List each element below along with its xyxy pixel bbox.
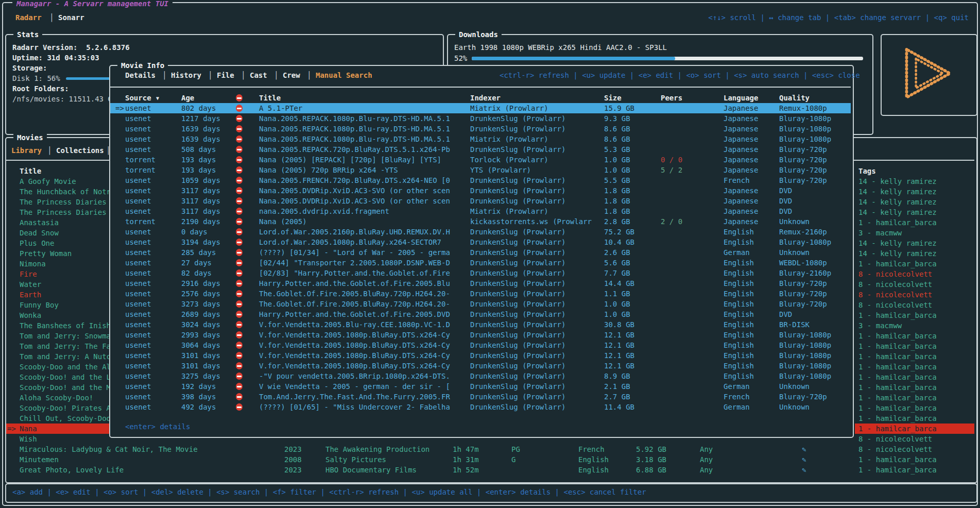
modal-tab-div-2: │ xyxy=(208,70,212,80)
search-result-row[interactable]: usenet0 daysLord.of.War.2005.2160p.BluRa… xyxy=(110,227,851,237)
search-result-row[interactable]: usenet3275 days-"V pour vendetta.2005.BR… xyxy=(110,371,851,381)
rejected-icon xyxy=(236,166,243,174)
search-result-row[interactable]: usenet492 days(????) [01/65] - "Miss Und… xyxy=(110,402,851,412)
rejected-icon xyxy=(236,136,243,143)
search-result-row[interactable]: usenet1217 daysNana.2005.REPACK.1080p.Bl… xyxy=(110,113,851,124)
cell-size: 5.6 GB xyxy=(604,258,630,268)
cell-size: 12.1 GB xyxy=(604,340,634,350)
col-header-indexer[interactable]: Indexer xyxy=(470,93,501,103)
search-result-row[interactable]: torrent2190 daysNana (2005)kickasstorren… xyxy=(110,216,851,227)
cell-age: 1639 days xyxy=(181,124,220,134)
cell-quality: DVD xyxy=(779,309,792,319)
search-result-row[interactable]: usenet3117 daysNana.2005.DVDRip.XviD.AC3… xyxy=(110,196,851,206)
modal-tab-crew[interactable]: Crew xyxy=(283,70,300,80)
cell-indexer: DrunkenSlug (Prowlarr) xyxy=(470,371,603,381)
search-result-row[interactable]: usenet1639 daysNana.2005.REPACK.1080p.Bl… xyxy=(110,124,851,134)
tab-collections[interactable]: Collections xyxy=(56,145,104,156)
cell-quality: BR-DISK xyxy=(779,319,810,330)
cell-title: Lord.of.War.2005.1080p.BluRay.x264-SECTO… xyxy=(259,237,441,247)
cell-source: usenet xyxy=(125,227,151,237)
modal-tab-cast[interactable]: Cast xyxy=(250,70,267,80)
cell-language: English xyxy=(724,237,754,247)
col-header-source[interactable]: Source xyxy=(125,93,151,103)
modal-tab-manual-search[interactable]: Manual Search xyxy=(316,70,372,80)
cell-indexer: Miatrix (Prowlarr) xyxy=(470,134,603,144)
search-result-row[interactable]: usenet2993 daysV.for.Vendetta.2005.1080p… xyxy=(110,330,851,340)
tab-radarr[interactable]: Radarr xyxy=(15,12,42,23)
cell-indexer: DrunkenSlug (Prowlarr) xyxy=(470,392,603,402)
search-result-row[interactable]: torrent193 daysNana (2005) [REPACK] [720… xyxy=(110,155,851,165)
cell-size: 8.9 GB xyxy=(604,371,630,381)
cell-title: The.Goblet.Of.Fire.2005.BluRay.720p.H264… xyxy=(259,289,450,299)
col-header-age[interactable]: Age xyxy=(181,93,194,103)
col-header-size[interactable]: Size xyxy=(604,93,622,103)
search-result-row[interactable]: =>usenet802 daysA 5.1-PTerMiatrix (Prowl… xyxy=(110,103,851,113)
modal-tab-div-3: │ xyxy=(241,70,245,80)
cell-quality: Bluray-1080p xyxy=(779,134,831,144)
search-result-row[interactable]: usenet3273 daysThe.Goblet.Of.Fire.2005.B… xyxy=(110,299,851,309)
search-result-row[interactable]: usenet3101 daysV.for.Vendetta.2005.1080p… xyxy=(110,361,851,371)
cell-source: usenet xyxy=(125,402,151,412)
cell-age: 0 days xyxy=(181,227,208,237)
cell-indexer: kickasstorrents.ws (Prowlarr xyxy=(470,216,603,227)
tab-sonarr[interactable]: Sonarr xyxy=(58,12,84,23)
cell-language: Japanese xyxy=(724,196,758,206)
cell-source: usenet xyxy=(125,113,151,124)
col-header-rejected-icon[interactable] xyxy=(236,94,243,101)
cell-age: 82 days xyxy=(181,268,212,278)
search-result-row[interactable]: usenet3024 daysV.for.Vendetta.2005.Blu-r… xyxy=(110,319,851,330)
cell-quality: Remux-1080p xyxy=(779,103,827,113)
tags-column-header: Tags xyxy=(858,166,876,176)
stats-storage-label: Storage: xyxy=(12,63,47,73)
cell-size: 1.1 GB xyxy=(604,289,630,299)
cell-age: 492 days xyxy=(181,402,216,412)
cell-age: 2916 days xyxy=(181,278,220,289)
col-header-peers[interactable]: Peers xyxy=(661,93,682,103)
cell-indexer: DrunkenSlug (Prowlarr) xyxy=(470,227,603,237)
search-result-row[interactable]: usenet3064 daysV.for.Vendetta.2005.1080p… xyxy=(110,340,851,350)
col-header-quality[interactable]: Quality xyxy=(779,93,810,103)
cell-quality: Bluray-1080p xyxy=(779,330,831,340)
search-result-row[interactable]: torrent193 daysNana (2005) 720p BRRip x2… xyxy=(110,165,851,175)
search-result-row[interactable]: usenet27 days[02/44] "Transporter 2.2005… xyxy=(110,258,851,268)
search-result-row[interactable]: usenet2576 daysThe.Goblet.Of.Fire.2005.B… xyxy=(110,289,851,299)
search-result-row[interactable]: usenet1639 daysNana.2005.REPACK.1080p.Bl… xyxy=(110,134,851,144)
cell-age: 1639 days xyxy=(181,134,220,144)
search-result-row[interactable]: usenet3117 daysnana.2005.dvdrip.xvid.fra… xyxy=(110,206,851,216)
tab-library[interactable]: Library xyxy=(11,145,42,156)
cell-title: A 5.1-PTer xyxy=(259,103,302,113)
cell-source: usenet xyxy=(125,237,151,247)
search-result-row[interactable]: usenet285 days(????) [01/34] - "Lord of … xyxy=(110,247,851,258)
stats-rootfolder-line: /nfs/movies: 11511.43 GB xyxy=(12,94,116,104)
rejected-icon xyxy=(236,362,243,369)
rejected-icon xyxy=(236,372,243,380)
cell-quality: Bluray-720p xyxy=(779,175,827,185)
search-result-row[interactable]: usenet192 daysV wie Vendetta - 2005 - ge… xyxy=(110,381,851,392)
cell-title: The.Goblet.Of.Fire.2005.BluRay.720p.H264… xyxy=(259,299,450,309)
search-result-row[interactable]: usenet3194 daysLord.of.War.2005.1080p.Bl… xyxy=(110,237,851,247)
col-header-language[interactable]: Language xyxy=(724,93,758,103)
cell-age: 3194 days xyxy=(181,237,220,247)
cell-source: torrent xyxy=(125,216,156,227)
search-result-row[interactable]: usenet398 daysTom.And.Jerry.The.Fast.And… xyxy=(110,392,851,402)
rejected-icon xyxy=(236,197,243,205)
cell-title: -"V pour vendetta.2005.BRrip.1080p.x264-… xyxy=(259,371,450,381)
search-result-row[interactable]: usenet3117 daysNana.2005.DVDRip.XviD.AC3… xyxy=(110,185,851,196)
cell-quality: Bluray-1080p xyxy=(779,340,831,350)
cell-title: Nana (2005) xyxy=(259,216,307,227)
modal-tab-history[interactable]: History xyxy=(171,70,201,80)
search-result-row[interactable]: usenet82 days[02/83] "Harry.Potter.and.t… xyxy=(110,268,851,278)
rejected-icon xyxy=(236,290,243,297)
col-header-title[interactable]: Title xyxy=(259,93,281,103)
search-result-row[interactable]: usenet2689 daysHarry.Potter.and.the.Gobl… xyxy=(110,309,851,319)
cell-source: usenet xyxy=(125,361,151,371)
search-result-row[interactable]: usenet3101 daysV.for.Vendetta.2005.1080p… xyxy=(110,350,851,361)
modal-tab-details[interactable]: Details xyxy=(125,70,156,80)
rejected-icon xyxy=(236,300,243,308)
modal-tab-file[interactable]: File xyxy=(217,70,234,80)
search-result-row[interactable]: usenet1059 daysNana.2005.FRENCH.720p.Blu… xyxy=(110,175,851,185)
search-result-row[interactable]: usenet508 daysNana.2005.REPACK.720p.BluR… xyxy=(110,144,851,155)
search-result-row[interactable]: usenet2916 daysHarry.Potter.and.the.Gobl… xyxy=(110,278,851,289)
cell-title: Nana (2005) 720p BRRip x264 -YTS xyxy=(259,165,398,175)
cell-quality: Unknown xyxy=(779,381,810,392)
